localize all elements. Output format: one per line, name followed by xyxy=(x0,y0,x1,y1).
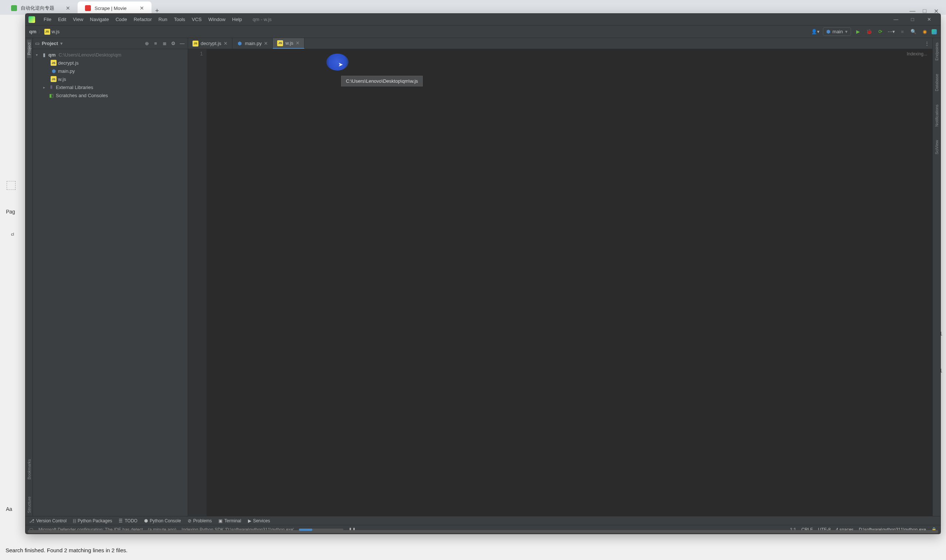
tree-scratches[interactable]: ◧ Scratches and Consoles xyxy=(33,91,188,99)
folder-icon: ▮ xyxy=(41,52,47,58)
progress-fill xyxy=(299,529,312,531)
chevron-right-icon: 〉 xyxy=(38,28,43,35)
js-file-icon: JS xyxy=(193,41,199,46)
tree-external-libraries[interactable]: ▸ ⫴ External Libraries xyxy=(33,83,188,91)
breadcrumb-file: JS w.js xyxy=(44,29,60,35)
left-tab-structure[interactable]: Structure xyxy=(27,494,31,516)
todo-icon: ☰ xyxy=(119,518,123,523)
right-tab-notifications[interactable]: Notifications xyxy=(935,102,939,130)
debug-button[interactable]: 🐞 xyxy=(865,28,873,36)
account-icon[interactable]: 👤▾ xyxy=(811,27,820,36)
chevron-down-icon[interactable]: ▾ xyxy=(60,41,63,46)
close-tab-icon[interactable]: ✕ xyxy=(264,41,268,46)
bg-pag-label: Pag xyxy=(6,209,15,215)
expand-all-icon[interactable]: ≡ xyxy=(152,40,159,47)
editor-tab-decrypt[interactable]: JS decrypt.js ✕ xyxy=(188,38,233,49)
run-button[interactable]: ▶ xyxy=(854,28,862,36)
js-file-icon: JS xyxy=(44,29,50,35)
editor-tab-main[interactable]: ⬢ main.py ✕ xyxy=(233,38,273,49)
close-icon[interactable]: ✕ xyxy=(140,5,144,11)
select-opened-file-icon[interactable]: ⊕ xyxy=(143,40,150,47)
tree-file-wjs[interactable]: JS w.js xyxy=(33,75,188,83)
chevron-down-icon[interactable]: ▾ xyxy=(36,53,40,57)
left-tab-project[interactable]: Project xyxy=(27,40,31,58)
python-icon: ⬢ xyxy=(826,29,830,34)
tree-file-decrypt[interactable]: JS decrypt.js xyxy=(33,59,188,67)
run-with-coverage-button[interactable]: ⟳ xyxy=(876,28,884,36)
menu-help[interactable]: Help xyxy=(229,17,245,22)
bg-tool-icon[interactable] xyxy=(7,181,15,190)
tool-services[interactable]: ▶Services xyxy=(248,518,270,523)
hide-panel-icon[interactable]: — xyxy=(179,40,185,47)
tool-terminal[interactable]: ▣Terminal xyxy=(219,518,241,523)
menu-code[interactable]: Code xyxy=(112,17,131,22)
editor-body[interactable]: 1 Indexing... xyxy=(188,49,932,516)
menu-window[interactable]: Window xyxy=(205,17,229,22)
packages-icon: ⌸ xyxy=(73,518,76,523)
js-file-icon: JS xyxy=(51,76,57,82)
editor-tab-wjs[interactable]: JS w.js ✕ xyxy=(273,38,305,49)
scratches-icon: ◧ xyxy=(48,92,54,98)
browser-tab-1[interactable]: 自动化逆向专题 ✕ xyxy=(4,2,78,15)
bg-aa-label: Aa xyxy=(6,506,12,512)
close-tab-icon[interactable]: ✕ xyxy=(223,41,228,46)
favicon-1 xyxy=(11,5,17,11)
close-tab-icon[interactable]: ✕ xyxy=(296,40,300,46)
ide-updates-icon[interactable]: ◉ xyxy=(920,28,929,36)
tooltip-text: C:\Users\Lenovo\Desktop\qm\w.js xyxy=(346,78,418,84)
ide-minimize-icon[interactable]: — xyxy=(887,14,904,26)
horizontal-scrollbar[interactable] xyxy=(28,530,938,533)
tab-list-icon[interactable]: ⋮ xyxy=(924,41,929,46)
right-tab-sciview[interactable]: SciView xyxy=(935,137,939,157)
menu-view[interactable]: View xyxy=(69,17,86,22)
search-everywhere-icon[interactable]: 🔍 xyxy=(909,28,918,36)
services-icon: ▶ xyxy=(248,518,251,523)
tree-root-qm[interactable]: ▾ ▮ qm C:\Users\Lenovo\Desktop\qm xyxy=(33,51,188,59)
chevron-right-icon[interactable]: ▸ xyxy=(43,85,47,89)
more-run-icon[interactable]: ⋯▾ xyxy=(887,28,895,36)
project-tree[interactable]: ▾ ▮ qm C:\Users\Lenovo\Desktop\qm JS dec… xyxy=(33,49,188,516)
collapse-all-icon[interactable]: ≣ xyxy=(161,40,168,47)
menu-file[interactable]: File xyxy=(40,17,55,22)
terminal-icon: ▣ xyxy=(219,518,222,523)
tool-todo[interactable]: ☰TODO xyxy=(119,518,137,523)
tree-file-main[interactable]: ⬢ main.py xyxy=(33,67,188,75)
root-path: C:\Users\Lenovo\Desktop\qm xyxy=(59,52,122,58)
tool-python-console[interactable]: ⬢Python Console xyxy=(144,518,181,523)
code-area[interactable]: Indexing... xyxy=(206,49,932,516)
settings-gear-icon[interactable]: ⚙ xyxy=(170,40,177,47)
js-file-icon: JS xyxy=(277,40,283,46)
project-header: ▭ Project ▾ ⊕ ≡ ≣ ⚙ — xyxy=(33,38,188,49)
menu-vcs[interactable]: VCS xyxy=(188,17,205,22)
menu-edit[interactable]: Edit xyxy=(55,17,69,22)
project-title[interactable]: Project xyxy=(42,41,58,46)
menu-run[interactable]: Run xyxy=(155,17,171,22)
code-with-me-icon[interactable] xyxy=(932,29,937,34)
editor-tabs: JS decrypt.js ✕ ⬢ main.py ✕ JS w.js ✕ ⋮ xyxy=(188,38,932,49)
ide-close-icon[interactable]: ✕ xyxy=(921,14,937,26)
ide-maximize-icon[interactable]: □ xyxy=(904,14,921,26)
close-icon[interactable]: ✕ xyxy=(66,5,70,11)
tool-problems[interactable]: ⊘Problems xyxy=(188,518,212,523)
cursor-icon: ➤ xyxy=(338,61,343,68)
tool-version-control[interactable]: ⎇Version Control xyxy=(29,518,66,523)
tool-python-packages[interactable]: ⌸Python Packages xyxy=(73,518,112,523)
browser-tab-2[interactable]: Scrape | Movie ✕ xyxy=(78,2,151,15)
menu-tools[interactable]: Tools xyxy=(171,17,188,22)
indexing-progress xyxy=(299,529,343,531)
python-file-icon: ⬢ xyxy=(51,68,57,74)
tab-tooltip: C:\Users\Lenovo\Desktop\qm\w.js xyxy=(341,76,423,86)
line-number-1: 1 xyxy=(188,51,203,57)
left-tab-bookmarks[interactable]: Bookmarks xyxy=(27,456,31,482)
browser-tab-1-title: 自动化逆向专题 xyxy=(21,5,54,11)
line-gutter: 1 xyxy=(188,49,206,516)
browser-tabstrip: 自动化逆向专题 ✕ Scrape | Movie ✕ + — □ ✕ xyxy=(0,0,946,15)
run-configuration-selector[interactable]: ⬢ main ▾ xyxy=(823,27,851,36)
menu-refactor[interactable]: Refactor xyxy=(131,17,155,22)
menu-navigate[interactable]: Navigate xyxy=(86,17,112,22)
right-tab-database[interactable]: Database xyxy=(935,71,939,94)
root-name: qm xyxy=(48,52,56,58)
breadcrumb[interactable]: qm 〉 JS w.js xyxy=(29,28,811,35)
browser-tab-2-title: Scrape | Movie xyxy=(95,6,126,11)
right-tab-endpoints[interactable]: Endpoints xyxy=(935,40,939,63)
